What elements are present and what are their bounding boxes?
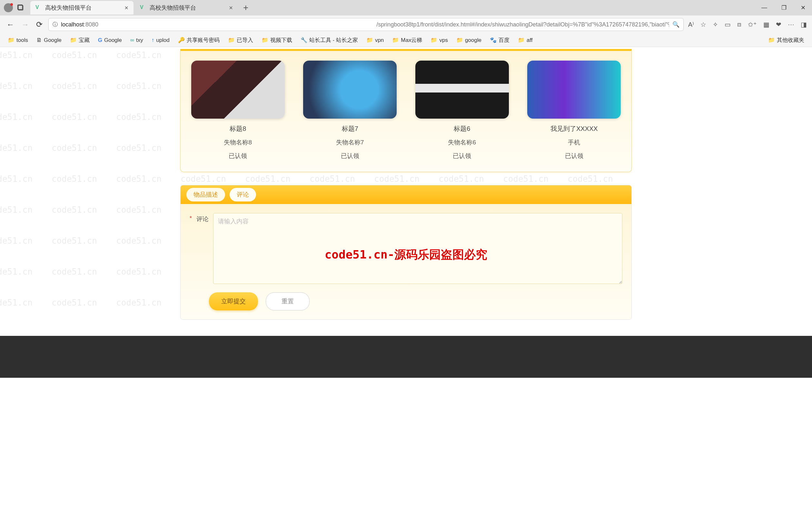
zoom-icon[interactable]: 🔍 xyxy=(672,21,679,28)
cloud-icon: ∞ xyxy=(130,37,134,43)
folder-icon: 📁 xyxy=(262,37,268,43)
tab-close-icon[interactable]: × xyxy=(223,4,233,11)
bookmark-item[interactable]: 🐾百度 xyxy=(487,35,512,45)
page-footer xyxy=(0,336,812,378)
reset-button[interactable]: 重置 xyxy=(266,292,310,310)
item-name: 失物名称6 xyxy=(412,138,512,147)
url-host: localhost xyxy=(61,21,84,28)
bookmark-item[interactable]: ∞txy xyxy=(128,36,146,45)
folder-icon: 📁 xyxy=(456,37,463,43)
folder-icon: 📁 xyxy=(518,37,525,43)
shopping-icon[interactable]: ❤ xyxy=(776,21,781,28)
close-window-icon[interactable]: ✕ xyxy=(798,3,808,12)
folder-icon: 📁 xyxy=(392,37,399,43)
url-port: :8080 xyxy=(84,21,376,28)
item-image xyxy=(527,61,621,119)
browser-chrome: V 高校失物招领平台 × V 高校失物招领平台 × + — ❐ ✕ ← → ⟳ … xyxy=(0,0,812,47)
item-name: 手机 xyxy=(525,138,624,147)
bookmark-item[interactable]: 📁aff xyxy=(515,35,535,45)
translate-icon[interactable]: ▦ xyxy=(763,21,770,28)
item-status: 已认领 xyxy=(525,152,624,160)
bookmark-item[interactable]: 📁Max云梯 xyxy=(389,35,425,45)
bookmark-item[interactable]: 📁vps xyxy=(428,35,450,45)
key-icon: 🔑 xyxy=(178,37,185,43)
vue-favicon-icon: V xyxy=(140,4,146,11)
item-image xyxy=(303,61,397,119)
item-name: 失物名称7 xyxy=(300,138,400,147)
bookmark-item[interactable]: 📁tools xyxy=(5,35,31,45)
page-icon: 🗎 xyxy=(36,37,42,43)
item-title: 标题8 xyxy=(188,124,288,133)
tab-title: 高校失物招领平台 xyxy=(45,4,92,11)
tab-description[interactable]: 物品描述 xyxy=(186,188,225,202)
item-status: 已认领 xyxy=(188,152,288,160)
site-info-icon[interactable]: ⓘ xyxy=(53,21,58,28)
tab-title: 高校失物招领平台 xyxy=(150,4,196,11)
comment-label: 评论 xyxy=(196,215,209,223)
upload-icon: ↑ xyxy=(151,37,154,43)
baidu-icon: 🐾 xyxy=(490,37,497,43)
refresh-icon[interactable]: ⟳ xyxy=(35,19,44,30)
tab-close-icon[interactable]: × xyxy=(119,4,128,11)
maximize-icon[interactable]: ❐ xyxy=(779,3,789,12)
sidebar-icon[interactable]: ◨ xyxy=(801,21,807,28)
submit-button[interactable]: 立即提交 xyxy=(209,292,258,310)
item-image xyxy=(191,61,285,119)
forward-icon: → xyxy=(20,19,30,30)
bookmark-item[interactable]: 🗎Google xyxy=(34,36,64,45)
bookmark-item[interactable]: 📁宝藏 xyxy=(67,35,92,45)
tab-overview-icon[interactable] xyxy=(17,4,25,11)
folder-icon: 📁 xyxy=(70,37,77,43)
browser-tab-inactive[interactable]: V 高校失物招领平台 × xyxy=(135,1,238,14)
bookmark-item[interactable]: 🔑共享账号密码 xyxy=(175,35,222,45)
browser-tab-active[interactable]: V 高校失物招领平台 × xyxy=(30,1,134,14)
item-name: 失物名称8 xyxy=(188,138,288,147)
favorite-icon[interactable]: ☆ xyxy=(700,21,706,28)
favorites-bar-icon[interactable]: ✩⁺ xyxy=(748,21,757,28)
item-card[interactable]: 标题7 失物名称7 已认领 xyxy=(300,61,400,160)
bookmark-item[interactable]: ↑uplod xyxy=(149,36,172,45)
profile-icon[interactable] xyxy=(4,3,13,12)
required-star: * xyxy=(190,215,192,222)
overlay-banner: code51.cn-源码乐园盗图必究 xyxy=(325,247,488,263)
item-card[interactable]: 标题6 失物名称6 已认领 xyxy=(412,61,512,160)
bookmarks-bar: 📁tools 🗎Google 📁宝藏 GGoogle ∞txy ↑uplod 🔑… xyxy=(0,33,812,47)
item-status: 已认领 xyxy=(300,152,400,160)
google-icon: G xyxy=(98,37,102,43)
item-title: 标题6 xyxy=(412,124,512,133)
folder-icon: 📁 xyxy=(431,37,437,43)
item-card[interactable]: 我见到了XXXXX 手机 已认领 xyxy=(525,61,624,160)
bookmark-item[interactable]: 📁已导入 xyxy=(225,35,256,45)
folder-icon: 📁 xyxy=(768,37,775,43)
collections-icon[interactable]: ▭ xyxy=(725,21,731,28)
back-icon[interactable]: ← xyxy=(5,19,16,30)
page-viewport[interactable]: code51.cncode51.cncode51.cncode51.cncode… xyxy=(0,47,812,517)
bookmark-item[interactable]: GGoogle xyxy=(95,36,124,45)
tabs-header: 物品描述 评论 xyxy=(181,185,631,204)
extensions-icon[interactable]: ✧ xyxy=(713,21,718,28)
bookmark-item[interactable]: 📁google xyxy=(454,35,484,45)
url-input[interactable]: ⓘ localhost:8080/springboot38tp1/front/d… xyxy=(48,18,684,31)
bookmark-item[interactable]: 📁视频下载 xyxy=(259,35,295,45)
item-image xyxy=(415,61,509,119)
url-path: /springboot38tp1/front/dist/index.html#/… xyxy=(376,21,669,28)
vue-favicon-icon: V xyxy=(35,4,42,11)
other-bookmarks[interactable]: 📁其他收藏夹 xyxy=(765,35,807,45)
folder-icon: 📁 xyxy=(366,37,373,43)
item-card[interactable]: 标题8 失物名称8 已认领 xyxy=(188,61,288,160)
more-icon[interactable]: ⋯ xyxy=(788,21,794,28)
bookmark-item[interactable]: 📁vpn xyxy=(364,35,386,45)
new-tab-button[interactable]: + xyxy=(243,3,248,13)
window-controls: — ❐ ✕ xyxy=(759,3,808,12)
items-card-section: 标题8 失物名称8 已认领 标题7 失物名称7 已认领 标题6 失物名称6 已认… xyxy=(180,49,632,172)
split-screen-icon[interactable]: ⧈ xyxy=(737,21,742,28)
item-title: 我见到了XXXXX xyxy=(525,124,624,133)
address-bar: ← → ⟳ ⓘ localhost:8080/springboot38tp1/f… xyxy=(0,16,812,33)
folder-icon: 📁 xyxy=(8,37,14,43)
minimize-icon[interactable]: — xyxy=(759,3,770,12)
bookmark-item[interactable]: 🔧站长工具 - 站长之家 xyxy=(298,35,360,45)
item-title: 标题7 xyxy=(300,124,400,133)
tab-comments[interactable]: 评论 xyxy=(230,188,256,202)
read-aloud-icon[interactable]: A⁾ xyxy=(688,21,694,28)
item-status: 已认领 xyxy=(412,152,512,160)
